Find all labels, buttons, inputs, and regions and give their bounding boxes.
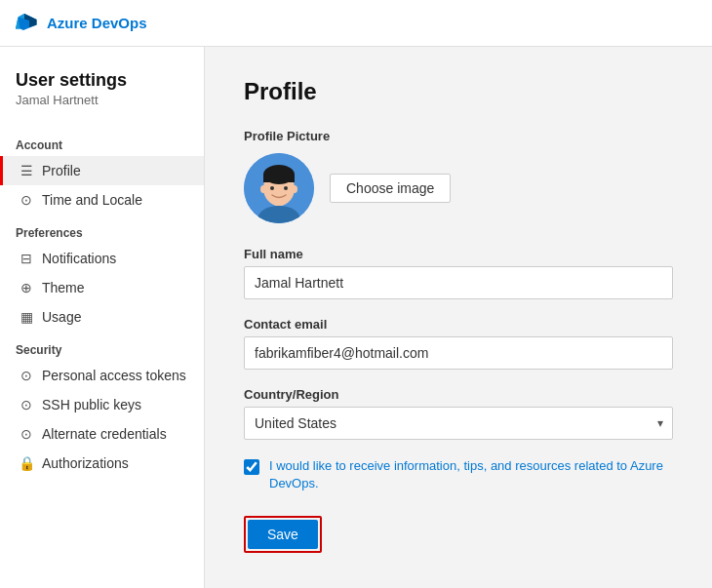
sidebar-item-theme[interactable]: ⊕ Theme — [0, 273, 204, 302]
user-name: Jamal Hartnett — [16, 93, 188, 107]
pat-icon: ⊙ — [19, 368, 34, 383]
profile-picture-row: Choose image — [244, 153, 673, 223]
sidebar-item-authorizations[interactable]: 🔒 Authorizations — [0, 449, 204, 478]
sidebar-item-pat-label: Personal access tokens — [42, 368, 186, 383]
country-select-wrapper: United States Canada United Kingdom Aust… — [244, 407, 673, 440]
ssh-icon: ⊙ — [19, 397, 34, 412]
sidebar-item-alternate-credentials[interactable]: ⊙ Alternate credentials — [0, 419, 204, 449]
layout: User settings Jamal Hartnett Account ☰ P… — [0, 47, 712, 588]
sidebar-item-authorizations-label: Authorizations — [42, 455, 129, 471]
avatar-image — [244, 153, 314, 223]
sidebar-item-notifications-label: Notifications — [42, 251, 116, 266]
sidebar-item-ssh[interactable]: ⊙ SSH public keys — [0, 390, 204, 419]
alt-cred-icon: ⊙ — [19, 426, 34, 442]
section-label-preferences: Preferences — [0, 215, 204, 244]
sidebar-item-alt-cred-label: Alternate credentials — [42, 426, 167, 442]
profile-icon: ☰ — [19, 163, 34, 178]
sidebar-item-usage[interactable]: ▦ Usage — [0, 302, 204, 332]
save-button-wrapper: Save — [244, 516, 322, 553]
save-button[interactable]: Save — [248, 520, 318, 549]
svg-point-6 — [270, 186, 274, 190]
contact-email-group: Contact email — [244, 317, 673, 370]
newsletter-checkbox-row: I would like to receive information, tip… — [244, 457, 673, 492]
theme-icon: ⊕ — [19, 280, 34, 295]
contact-email-label: Contact email — [244, 317, 673, 332]
topbar-title: Azure DevOps — [47, 15, 147, 31]
sidebar-item-usage-label: Usage — [42, 309, 81, 325]
svg-rect-5 — [263, 175, 295, 182]
country-region-select[interactable]: United States Canada United Kingdom Aust… — [244, 407, 673, 440]
country-region-group: Country/Region United States Canada Unit… — [244, 387, 673, 440]
time-locale-icon: ⊙ — [19, 192, 34, 208]
sidebar-item-profile-label: Profile — [42, 163, 81, 178]
sidebar-item-profile[interactable]: ☰ Profile — [0, 156, 204, 185]
sidebar-item-theme-label: Theme — [42, 280, 85, 295]
sidebar-item-notifications[interactable]: ⊟ Notifications — [0, 244, 204, 273]
section-label-account: Account — [0, 127, 204, 156]
sidebar-item-time-and-locale[interactable]: ⊙ Time and Locale — [0, 185, 204, 215]
sidebar-item-time-label: Time and Locale — [42, 192, 142, 208]
svg-point-7 — [284, 186, 288, 190]
choose-image-button[interactable]: Choose image — [330, 174, 451, 203]
avatar — [244, 153, 314, 223]
newsletter-checkbox-label: I would like to receive information, tip… — [269, 457, 673, 492]
full-name-input[interactable] — [244, 266, 673, 299]
usage-icon: ▦ — [19, 309, 34, 325]
contact-email-input[interactable] — [244, 336, 673, 370]
full-name-label: Full name — [244, 247, 673, 261]
main-content: Profile Profile Picture — [205, 47, 712, 588]
svg-point-9 — [292, 185, 297, 193]
section-label-security: Security — [0, 332, 204, 361]
svg-point-8 — [260, 185, 266, 193]
page-title: Profile — [244, 78, 673, 105]
full-name-group: Full name — [244, 247, 673, 299]
sidebar-item-ssh-label: SSH public keys — [42, 397, 141, 412]
lock-icon: 🔒 — [19, 455, 34, 471]
azure-devops-logo — [16, 12, 39, 35]
user-section: User settings Jamal Hartnett — [0, 70, 204, 127]
topbar: Azure DevOps — [0, 0, 712, 47]
country-region-label: Country/Region — [244, 387, 673, 402]
user-settings-title: User settings — [16, 70, 188, 91]
profile-picture-label: Profile Picture — [244, 129, 673, 143]
newsletter-checkbox[interactable] — [244, 459, 259, 475]
sidebar: User settings Jamal Hartnett Account ☰ P… — [0, 47, 205, 588]
notifications-icon: ⊟ — [19, 251, 34, 266]
sidebar-item-pat[interactable]: ⊙ Personal access tokens — [0, 361, 204, 390]
